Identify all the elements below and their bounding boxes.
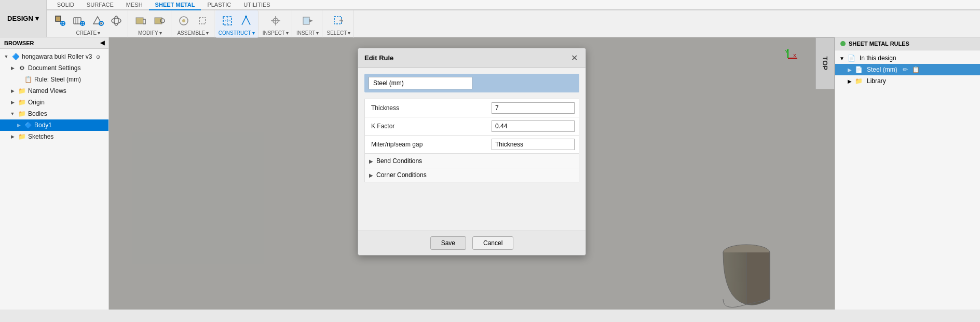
tab-surface[interactable]: SURFACE	[80, 0, 120, 10]
library-arrow: ▶	[848, 78, 852, 84]
assemble-icon-1[interactable]	[175, 12, 192, 29]
doc-settings-icon: ⚙	[18, 64, 26, 72]
sidebar-item-sketches[interactable]: ▶ 📁 Sketches	[0, 131, 108, 142]
sidebar-item-bodies[interactable]: ▼ 📁 Bodies	[0, 108, 108, 119]
inspect-label[interactable]: INSPECT ▾	[263, 30, 289, 36]
rules-item-steel-mm[interactable]: ▶ 📄 Steel (mm) ✏ 📋	[835, 64, 980, 75]
rule-name-input[interactable]	[369, 77, 472, 89]
svg-point-22	[245, 16, 247, 18]
design-button[interactable]: DESIGN ▾	[0, 0, 47, 37]
create-icon-4[interactable]	[108, 12, 125, 29]
modal-close-button[interactable]: ✕	[569, 52, 579, 63]
rules-item-library[interactable]: ▶ 📁 Library	[835, 75, 980, 87]
edit-rule-modal: Edit Rule ✕ Thickness	[358, 48, 586, 256]
design-arrow: ▾	[35, 15, 39, 22]
doc-arrow: ▶	[9, 65, 16, 71]
bodies-arrow: ▼	[9, 111, 16, 117]
bend-expand-arrow: ▶	[369, 158, 373, 164]
svg-rect-5	[74, 18, 81, 24]
named-views-label: Named Views	[28, 87, 66, 95]
steel-copy-icon[interactable]: 📋	[912, 66, 920, 73]
svg-rect-24	[303, 17, 309, 24]
tab-plastic[interactable]: PLASTIC	[201, 0, 237, 10]
root-icon: 🔷	[11, 52, 20, 61]
kfactor-label: K Factor	[369, 123, 492, 130]
create-group[interactable]: CREATE ▾	[49, 10, 128, 38]
rules-tree: ▼ 📄 In this design ▶ 📄 Steel (mm) ✏ 📋 ▶ …	[835, 50, 980, 89]
svg-point-18	[182, 19, 185, 22]
svg-rect-0	[56, 16, 61, 21]
modify-icon-1[interactable]	[132, 12, 149, 29]
inspect-icon-1[interactable]	[267, 12, 284, 29]
browser-toggle[interactable]: ◀	[100, 39, 104, 46]
select-label[interactable]: SELECT ▾	[326, 30, 350, 36]
svg-point-12	[112, 18, 121, 23]
insert-icon-1[interactable]	[300, 12, 316, 29]
sketches-icon: 📁	[18, 132, 26, 141]
library-label: Library	[867, 77, 886, 85]
construct-icon-1[interactable]	[219, 12, 236, 29]
tab-sheet-metal[interactable]: SHEET METAL	[149, 0, 201, 10]
cancel-button[interactable]: Cancel	[472, 236, 513, 250]
origin-icon: 📁	[18, 98, 26, 106]
select-icon-1[interactable]	[330, 12, 347, 29]
save-button[interactable]: Save	[430, 236, 466, 250]
kfactor-input[interactable]	[492, 120, 575, 132]
modify-group[interactable]: MODIFY ▾	[129, 10, 171, 38]
svg-marker-25	[309, 19, 313, 22]
rule-label: Rule: Steel (mm)	[34, 76, 81, 83]
browser-header: BROWSER ◀	[0, 37, 108, 49]
fields-container: Thickness K Factor Miter/rip/seam gap	[364, 99, 579, 182]
create-icon-2[interactable]	[71, 12, 87, 29]
construct-icon-2[interactable]	[238, 12, 254, 29]
corner-conditions-row[interactable]: ▶ Corner Conditions	[365, 168, 579, 182]
modal-title: Edit Rule	[364, 54, 393, 62]
sidebar-item-named-views[interactable]: ▶ 📁 Named Views	[0, 85, 108, 97]
sidebar-item-body1[interactable]: ▶ 🔷 Body1	[0, 119, 108, 131]
assemble-group[interactable]: ASSEMBLE ▾	[172, 10, 214, 38]
modify-label[interactable]: MODIFY ▾	[138, 30, 162, 36]
insert-group[interactable]: INSERT ▾	[293, 10, 323, 38]
body1-label: Body1	[34, 122, 52, 129]
body1-icon: 🔷	[24, 121, 32, 129]
corner-conditions-label: Corner Conditions	[376, 171, 427, 179]
tab-utilities[interactable]: UTILITIES	[237, 0, 276, 10]
sidebar-item-origin[interactable]: ▶ 📁 Origin	[0, 97, 108, 108]
browser-panel: BROWSER ◀ ▼ 🔷 hongawara buki Roller v3 ⊙…	[0, 37, 109, 310]
miter-label: Miter/rip/seam gap	[369, 141, 492, 148]
select-group[interactable]: SELECT ▾	[323, 10, 354, 38]
rule-arrow: ▶	[16, 76, 22, 83]
sidebar-tree: ▼ 🔷 hongawara buki Roller v3 ⊙ ▶ ⚙ Docum…	[0, 49, 108, 144]
thickness-row: Thickness	[365, 99, 579, 117]
origin-arrow: ▶	[9, 99, 16, 105]
root-arrow: ▼	[3, 53, 9, 60]
construct-group[interactable]: CONSTRUCT ▾	[215, 10, 258, 38]
svg-rect-26	[334, 17, 342, 24]
construct-label[interactable]: CONSTRUCT ▾	[219, 30, 255, 36]
tab-solid[interactable]: SOLID	[51, 0, 80, 10]
insert-label[interactable]: INSERT ▾	[296, 30, 319, 36]
tab-bar: SOLID SURFACE MESH SHEET METAL PLASTIC U…	[47, 0, 980, 10]
sidebar-item-rule-steel[interactable]: ▶ 📋 Rule: Steel (mm)	[0, 74, 108, 85]
main-layout: BROWSER ◀ ▼ 🔷 hongawara buki Roller v3 ⊙…	[0, 37, 980, 310]
rules-item-in-design[interactable]: ▼ 📄 In this design	[835, 52, 980, 64]
modify-icon-2[interactable]	[151, 12, 168, 29]
inspect-group[interactable]: INSPECT ▾	[260, 10, 292, 38]
create-icon-1[interactable]	[52, 12, 69, 29]
create-label[interactable]: CREATE ▾	[76, 30, 100, 36]
steel-edit-icon[interactable]: ✏	[903, 66, 908, 73]
modal-overlay: Edit Rule ✕ Thickness	[109, 37, 835, 310]
bend-conditions-row[interactable]: ▶ Bend Conditions	[365, 154, 579, 168]
assemble-icon-2[interactable]	[194, 12, 211, 29]
sidebar-item-root[interactable]: ▼ 🔷 hongawara buki Roller v3 ⊙	[0, 51, 108, 62]
canvas-area: TOP X Y	[109, 37, 835, 310]
thickness-input[interactable]	[492, 102, 575, 114]
miter-input[interactable]	[492, 139, 575, 150]
sidebar-item-doc-settings[interactable]: ▶ ⚙ Document Settings	[0, 62, 108, 74]
assemble-label[interactable]: ASSEMBLE ▾	[177, 30, 209, 36]
named-views-icon: 📁	[18, 87, 26, 95]
in-design-folder-icon: 📄	[848, 55, 855, 62]
tab-mesh[interactable]: MESH	[120, 0, 149, 10]
rules-active-indicator	[840, 41, 846, 46]
create-icon-3[interactable]	[89, 12, 106, 29]
